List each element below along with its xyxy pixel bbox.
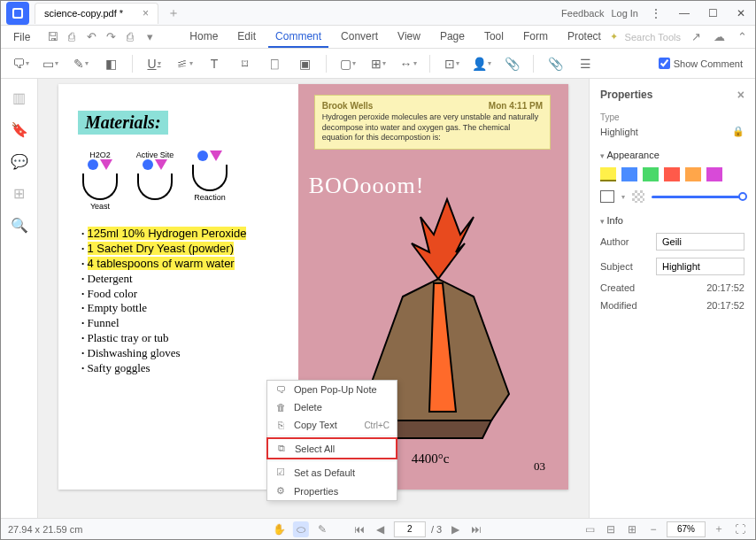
- next-page-icon[interactable]: ▶: [447, 521, 463, 537]
- search-star-icon: ✦: [610, 31, 618, 42]
- file-menu[interactable]: File: [6, 31, 37, 43]
- context-copy-text[interactable]: ⎘Copy TextCtrl+C: [267, 416, 397, 434]
- signature-tool[interactable]: 👤▾: [469, 53, 494, 74]
- opacity-slider[interactable]: [652, 196, 744, 198]
- callout-tool[interactable]: ⌑: [232, 53, 257, 74]
- undo-icon[interactable]: ↶: [83, 29, 99, 45]
- app-icon: [6, 2, 29, 25]
- tab-tool[interactable]: Tool: [477, 27, 511, 48]
- color-swatch[interactable]: [664, 167, 680, 181]
- reaction-diagram: H2O2Yeast Active Site Reaction: [78, 150, 289, 211]
- sticky-note[interactable]: Brook Wells Mon 4:11 PM Hydrogen peroxid…: [314, 95, 551, 150]
- color-swatch[interactable]: [706, 167, 722, 181]
- info-section[interactable]: Info: [600, 215, 744, 226]
- page-number-input[interactable]: [394, 521, 426, 537]
- redo-icon[interactable]: ↷: [103, 29, 119, 45]
- last-page-icon[interactable]: ⏭: [468, 521, 484, 537]
- tab-home[interactable]: Home: [182, 27, 225, 48]
- textbox-tool[interactable]: T: [202, 53, 227, 74]
- lock-icon[interactable]: 🔒: [732, 126, 744, 137]
- email-icon[interactable]: ⎙: [122, 29, 138, 45]
- transparency-icon[interactable]: [632, 190, 644, 203]
- eraser-tool[interactable]: ◧: [98, 53, 123, 74]
- comments-panel-tool[interactable]: ☰: [573, 53, 598, 74]
- comment-list-icon[interactable]: 💬: [12, 153, 27, 169]
- text-callout-tool[interactable]: ⎕: [262, 53, 287, 74]
- highlight-tool[interactable]: ▭▾: [38, 53, 63, 74]
- color-swatch[interactable]: [685, 167, 701, 181]
- highlighted-item[interactable]: 4 tablespoons of warm water: [81, 257, 289, 272]
- list-item: Detergent: [81, 272, 289, 287]
- fill-color-picker[interactable]: [600, 190, 614, 203]
- maximize-button[interactable]: ☐: [702, 4, 723, 22]
- print-icon[interactable]: ⎙: [64, 29, 80, 45]
- share-icon[interactable]: ↗: [688, 29, 704, 45]
- show-comment-checkbox[interactable]: [659, 58, 670, 69]
- note-tool[interactable]: 🗨▾: [8, 53, 33, 74]
- show-comment-toggle[interactable]: Show Comment: [659, 58, 743, 69]
- zoom-input[interactable]: [667, 521, 706, 537]
- feedback-link[interactable]: Feedback: [561, 8, 604, 19]
- search-panel-icon[interactable]: 🔍: [12, 217, 27, 233]
- color-swatch[interactable]: [621, 167, 637, 181]
- edit-tool-icon[interactable]: ✎: [314, 521, 330, 537]
- prev-page-icon[interactable]: ◀: [373, 521, 389, 537]
- cloud-icon[interactable]: ☁: [711, 29, 727, 45]
- document-tab[interactable]: science-copy.pdf * ×: [35, 3, 158, 24]
- panel-close-icon[interactable]: ×: [737, 88, 744, 102]
- first-page-icon[interactable]: ⏮: [351, 521, 367, 537]
- fullscreen-icon[interactable]: ⛶: [732, 521, 748, 537]
- tab-form[interactable]: Form: [516, 27, 555, 48]
- tab-edit[interactable]: Edit: [230, 27, 263, 48]
- continuous-page-icon[interactable]: ⊟: [603, 521, 619, 537]
- strikeout-tool[interactable]: ꠵▾: [172, 53, 197, 74]
- context-open-pop-up-note[interactable]: 🗨Open Pop-Up Note: [267, 381, 397, 398]
- context-select-all[interactable]: ⧉Select All: [266, 437, 397, 459]
- close-window-button[interactable]: ✕: [730, 4, 752, 22]
- document-viewport[interactable]: W Materials: H2O2Yeast Active Site React…: [38, 79, 589, 518]
- author-input[interactable]: [656, 233, 744, 251]
- select-tool-icon[interactable]: ⬭: [293, 521, 309, 537]
- color-swatch[interactable]: [643, 167, 659, 181]
- tab-close-icon[interactable]: ×: [143, 7, 149, 19]
- qat-dropdown-icon[interactable]: ▾: [142, 29, 158, 45]
- appearance-section[interactable]: Appearance: [600, 150, 744, 160]
- single-page-icon[interactable]: ▭: [582, 521, 598, 537]
- shape-tool[interactable]: ▢▾: [336, 53, 360, 74]
- tab-protect[interactable]: Protect: [560, 27, 608, 48]
- list-item: Dishwashing gloves: [81, 346, 289, 361]
- collapse-ribbon-icon[interactable]: ⌃: [734, 29, 750, 45]
- color-swatch[interactable]: [600, 167, 616, 181]
- new-tab-button[interactable]: ＋: [167, 5, 180, 21]
- tab-comment[interactable]: Comment: [268, 27, 328, 48]
- search-tools-input[interactable]: Search Tools: [625, 32, 681, 42]
- highlighted-item[interactable]: 125ml 10% Hydrogen Peroxide: [81, 227, 289, 242]
- paperclip-tool[interactable]: 📎: [543, 53, 567, 74]
- distance-tool[interactable]: ↔▾: [396, 53, 420, 74]
- attachments-icon[interactable]: ⊞: [12, 185, 27, 201]
- more-icon[interactable]: ⋮: [645, 4, 667, 22]
- hand-tool-icon[interactable]: ✋: [272, 521, 288, 537]
- context-properties[interactable]: ⚙Properties: [267, 482, 397, 500]
- pencil-tool[interactable]: ✎▾: [68, 53, 93, 74]
- highlighted-item[interactable]: 1 Sachet Dry Yeast (powder): [81, 242, 289, 257]
- zoom-out-icon[interactable]: −: [645, 521, 661, 537]
- tab-view[interactable]: View: [390, 27, 428, 48]
- area-highlight-tool[interactable]: ▣: [292, 53, 317, 74]
- save-icon[interactable]: 🖫: [44, 29, 60, 45]
- measure-tool[interactable]: ⊞▾: [366, 53, 390, 74]
- minimize-button[interactable]: —: [674, 4, 695, 22]
- subject-input[interactable]: [656, 258, 744, 275]
- tab-convert[interactable]: Convert: [334, 27, 385, 48]
- tab-page[interactable]: Page: [433, 27, 472, 48]
- underline-tool[interactable]: U▾: [142, 53, 166, 74]
- two-page-icon[interactable]: ⊞: [624, 521, 640, 537]
- thumbnails-icon[interactable]: ▥: [12, 89, 27, 105]
- stamp-tool[interactable]: ⊡▾: [439, 53, 464, 74]
- bookmark-icon[interactable]: 🔖: [12, 121, 27, 137]
- login-link[interactable]: Log In: [611, 8, 638, 19]
- attachment-icon[interactable]: 📎: [499, 53, 524, 74]
- context-set-as-default[interactable]: ☑Set as Default: [267, 463, 397, 482]
- context-delete[interactable]: 🗑Delete: [267, 398, 397, 416]
- zoom-in-icon[interactable]: ＋: [711, 521, 727, 537]
